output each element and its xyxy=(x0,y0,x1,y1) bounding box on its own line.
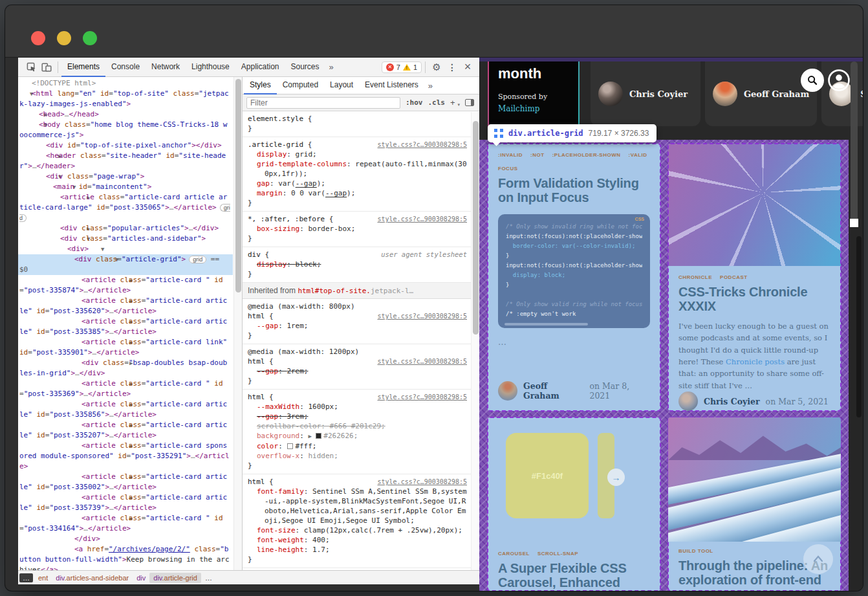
dom-tree-node[interactable]: ▼<body class="home blog theme-CSS-Tricks… xyxy=(18,120,233,140)
collapsed-arrow-icon[interactable]: ▶ xyxy=(74,513,81,524)
collapsed-arrow-icon[interactable]: ▶ xyxy=(74,472,81,482)
toggle-hover-state-button[interactable]: :hov xyxy=(406,98,423,107)
staff-chip-chris-coyier[interactable]: Chris Coyier xyxy=(591,61,700,126)
sponsor-card[interactable]: month Sponsored by Mailchimp xyxy=(488,61,580,134)
stylesheet-link[interactable]: style.css?c…900308298:5 xyxy=(378,214,467,224)
close-window-button[interactable] xyxy=(31,31,45,45)
collapsed-arrow-icon[interactable]: ▶ xyxy=(53,192,60,203)
css-declaration[interactable]: display: block; xyxy=(248,259,467,269)
stylesheet-link[interactable]: style.css?c…900308298:5 xyxy=(378,357,467,366)
search-icon[interactable] xyxy=(801,69,824,92)
inspect-element-icon[interactable] xyxy=(23,60,39,75)
article-tag[interactable]: BUILD TOOL xyxy=(678,548,713,554)
css-declaration[interactable]: --maxWidth: 1600px; xyxy=(248,402,467,412)
dom-tree-node[interactable]: <a href="/archives/page/2/" class="butto… xyxy=(18,544,233,570)
expanded-arrow-icon[interactable]: ▼ xyxy=(39,171,46,182)
author-link[interactable]: Geoff Graham xyxy=(523,381,583,401)
expanded-arrow-icon[interactable]: ▼ xyxy=(25,89,32,99)
css-declaration[interactable]: --gap: 1rem; xyxy=(248,321,467,331)
tab-styles[interactable]: Styles xyxy=(244,77,277,94)
dom-tree-node[interactable]: ▶<article class="article-card article" i… xyxy=(18,420,233,441)
staff-chip-geoff-graham[interactable]: Geoff Graham xyxy=(705,61,817,126)
settings-gear-icon[interactable]: ⚙ xyxy=(429,60,444,75)
sidebar-toggle-icon[interactable] xyxy=(465,99,474,106)
elements-pane-scrollbar[interactable] xyxy=(233,77,242,570)
css-declaration[interactable]: font-family: Sentinel SSm A,Sentinel SSm… xyxy=(248,487,467,525)
collapsed-arrow-icon[interactable]: ▶ xyxy=(74,441,81,451)
expand-value-icon[interactable]: ▶ xyxy=(308,433,315,439)
css-declaration[interactable]: overflow-x: hidden; xyxy=(248,451,467,461)
styles-pane-scrollbar[interactable] xyxy=(471,112,479,570)
article-hero-image[interactable] xyxy=(668,417,841,542)
css-declaration[interactable]: --gap: 2rem; xyxy=(248,366,467,376)
article-title[interactable]: A Super Flexible CSS Carousel, Enhanced … xyxy=(498,561,650,591)
avatar[interactable] xyxy=(678,392,698,411)
dom-tree-node[interactable]: ▼<div class="page-wrap"> xyxy=(18,171,233,182)
css-declaration[interactable]: --gap: 3rem; xyxy=(248,412,467,421)
dom-tree-node[interactable]: ▶<article class="article-card article ar… xyxy=(18,192,233,223)
dom-tree-node[interactable]: ▶<article class="article-card " id="post… xyxy=(18,275,233,296)
dom-tree-node[interactable]: ▶<header class="site-header" id="site-he… xyxy=(18,151,233,171)
dom-tree-node[interactable]: ▶<article class="article-card article" i… xyxy=(18,399,233,420)
stylesheet-link[interactable]: style.css?c…900308298:5 xyxy=(378,311,467,321)
dom-tree-node[interactable]: ▼<div class="article-grid">grid == $0 xyxy=(18,254,233,275)
tab-lighthouse[interactable]: Lighthouse xyxy=(186,58,235,77)
more-tabs-icon[interactable]: » xyxy=(325,62,338,72)
article-tag[interactable]: :NOT xyxy=(530,152,545,158)
rule-selector[interactable]: html xyxy=(248,478,265,486)
article-card-chronicle[interactable]: CHRONICLEPODCAST CSS-Tricks Chronicle XX… xyxy=(668,144,841,411)
collapsed-arrow-icon[interactable]: ▶ xyxy=(74,275,81,285)
toggle-class-button[interactable]: .cls xyxy=(428,98,445,107)
article-tag[interactable]: :VALID xyxy=(629,152,647,158)
scroll-to-top-button[interactable] xyxy=(803,544,833,574)
css-declaration[interactable]: gap: var(--gap); xyxy=(248,179,467,188)
article-tag[interactable]: FOCUS xyxy=(498,166,518,171)
dom-tree-node[interactable]: ▼<main id="maincontent"> xyxy=(18,182,233,192)
overlay-resize-handle[interactable] xyxy=(850,219,858,227)
breadcrumb-item[interactable]: div xyxy=(133,573,149,583)
dom-tree-node[interactable]: ▶<article class="article-card article" i… xyxy=(18,316,233,337)
article-tag[interactable]: PODCAST xyxy=(720,274,748,280)
css-declaration[interactable]: font-weight: 400; xyxy=(248,535,467,545)
grid-badge[interactable]: grid xyxy=(189,256,206,263)
collapsed-arrow-icon[interactable]: ▶ xyxy=(74,379,81,389)
avatar[interactable] xyxy=(498,381,517,401)
css-declaration[interactable]: font-size: clamp(12px,calc(.7rem + .25vw… xyxy=(248,525,467,535)
tab-layout[interactable]: Layout xyxy=(324,77,359,94)
collapsed-arrow-icon[interactable]: ▶ xyxy=(53,223,60,234)
dom-tree-node[interactable]: ▼<div> xyxy=(18,244,233,254)
mailchimp-link[interactable]: Mailchimp xyxy=(498,104,569,113)
tab-application[interactable]: Application xyxy=(235,58,285,77)
new-rule-caret-icon[interactable]: ▾ xyxy=(457,102,460,111)
css-declaration[interactable]: scrollbar-color: #666 #201c29; xyxy=(248,421,467,431)
styles-filter-input[interactable] xyxy=(246,97,400,109)
window-scrollbar[interactable] xyxy=(856,236,862,417)
more-options-icon[interactable]: ⋮ xyxy=(444,60,460,75)
carousel-slide[interactable]: #F1c40f xyxy=(506,433,589,518)
css-declaration[interactable]: grid-template-columns: repeat(auto-fill,… xyxy=(248,159,467,179)
dom-tree-node[interactable]: ▶<div class="popular-articles">…</div> xyxy=(18,223,233,234)
dom-tree-node[interactable]: <!DOCTYPE html> xyxy=(18,78,233,89)
breadcrumb-item[interactable]: div.article-grid xyxy=(149,573,201,583)
scrollbar-thumb[interactable] xyxy=(235,79,241,292)
scrollbar-thumb[interactable] xyxy=(473,121,479,335)
tab-sources[interactable]: Sources xyxy=(285,58,325,77)
collapsed-arrow-icon[interactable]: ▶ xyxy=(74,337,81,348)
zoom-window-button[interactable] xyxy=(83,31,97,45)
collapsed-arrow-icon[interactable]: ▶ xyxy=(74,420,81,430)
carousel-next-button[interactable]: → xyxy=(607,469,625,486)
author-link[interactable]: Chris Coyier xyxy=(704,397,760,406)
dom-tree-node[interactable]: ▶<article class="article-card " id="post… xyxy=(18,513,233,534)
page-scrollbar-thumb[interactable] xyxy=(851,61,858,223)
expanded-arrow-icon[interactable]: ▼ xyxy=(53,234,60,244)
collapsed-arrow-icon[interactable]: ▶ xyxy=(74,296,81,306)
tab-computed[interactable]: Computed xyxy=(277,77,324,94)
rule-selector[interactable]: html xyxy=(248,312,265,320)
css-declaration[interactable]: color: #fff; xyxy=(248,441,467,451)
color-swatch[interactable] xyxy=(287,443,293,449)
tab-event-listeners[interactable]: Event Listeners xyxy=(359,77,424,94)
chronicle-posts-link[interactable]: Chronicle posts xyxy=(726,357,785,366)
expanded-arrow-icon[interactable]: ▼ xyxy=(67,254,74,265)
breadcrumb-item[interactable]: ent xyxy=(34,573,52,583)
new-style-rule-button[interactable]: + xyxy=(450,98,455,107)
